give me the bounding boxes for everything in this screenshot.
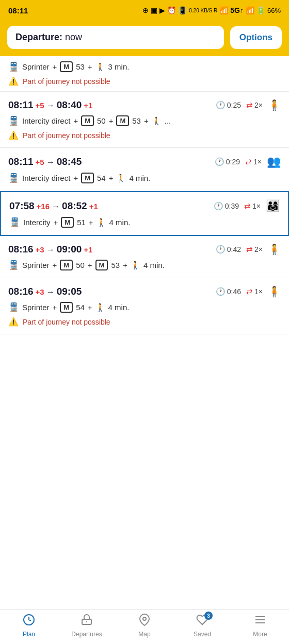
- duration-4: 🕐 0:42: [216, 245, 241, 254]
- warning-icon-5: ⚠️: [8, 317, 19, 327]
- journey-card-3[interactable]: 07:58+16 → 08:52+1 🕐 0:39 ⇄ 1× 👨‍👩‍👧 🚆 I…: [0, 191, 289, 236]
- train-icon-1: 🚆: [8, 115, 19, 126]
- warning-text: Part of journey not possible: [23, 77, 110, 86]
- warning-text-1: Part of journey not possible: [23, 131, 110, 140]
- journey-meta-5: 🕐 0:46 ⇄ 1× 🧍: [216, 285, 281, 298]
- walk-icon-4: 🚶: [131, 261, 140, 270]
- walk-icon: 🚶: [95, 62, 105, 72]
- youtube-icon: ▶: [159, 6, 165, 14]
- nav-map-label: Map: [138, 631, 150, 638]
- svg-point-3: [143, 617, 146, 620]
- train-icon-3: 🚆: [9, 217, 20, 228]
- duration-5: 🕐 0:46: [216, 287, 241, 296]
- departures-icon: [81, 614, 93, 629]
- clock-icon-3: 🕐: [214, 201, 223, 211]
- metro-badge-4a: M: [60, 260, 73, 270]
- bluetooth-icon: ⊕: [142, 6, 149, 14]
- depart-delay-2: +5: [36, 158, 44, 166]
- transfer-icon-2: ⇄: [245, 157, 252, 166]
- transfers-1: ⇄ 2×: [246, 100, 263, 110]
- more-icon: [254, 614, 266, 629]
- route-detail-5: 🚆 Sprinter + M 54 + 🚶 4 min.: [8, 302, 281, 313]
- nav-more-label: More: [253, 631, 267, 638]
- walk-icon-3: 🚶: [97, 218, 106, 227]
- train-type-3: Intercity: [23, 218, 51, 227]
- battery-level: 66%: [267, 7, 281, 14]
- journey-card-2[interactable]: 08:11+5 → 08:45 🕐 0:29 ⇄ 1× 👥 🚆 Intercit…: [0, 148, 289, 191]
- depart-time-3: 07:58: [9, 200, 35, 212]
- arrive-delay-4: +1: [84, 245, 92, 254]
- journey-header-row-2: 08:11+5 → 08:45 🕐 0:29 ⇄ 1× 👥: [8, 155, 281, 168]
- transfers-5: ⇄ 1×: [246, 287, 263, 296]
- route-detail-1: 🚆 Intercity direct + M 50 + M 53 + 🚶 ...: [8, 115, 281, 126]
- journey-times-5: 08:16+3 → 09:05: [8, 286, 82, 297]
- nav-saved[interactable]: 3 Saved: [184, 614, 220, 638]
- crowding-icon-4: 🧍: [268, 243, 281, 256]
- journey-meta-2: 🕐 0:29 ⇄ 1× 👥: [215, 155, 281, 168]
- warning-row-1: ⚠️ Part of journey not possible: [8, 130, 281, 140]
- journey-card-5[interactable]: 08:16+3 → 09:05 🕐 0:46 ⇄ 1× 🧍 🚆 Sprinter…: [0, 278, 289, 334]
- departure-field[interactable]: Departure: now: [7, 26, 224, 49]
- transfer-icon-4: ⇄: [246, 245, 253, 254]
- metro-badge-1b: M: [116, 115, 129, 126]
- walk-icon-1: 🚶: [152, 116, 162, 126]
- transfer-icon-5: ⇄: [246, 287, 253, 296]
- status-icons: ⊕ ▣ ▶ ⏰ 📳 0.20 KB/S R 📶 5G↑ 📶 🔋 66%: [142, 6, 281, 14]
- partial-journey-card[interactable]: 🚆 Sprinter + M 53 + 🚶 3 min. ⚠️ Part of …: [0, 56, 289, 92]
- walk-time-3: 4 min.: [109, 218, 131, 227]
- departure-label: Departure:: [15, 32, 62, 42]
- metro-num-3: 51: [77, 218, 86, 227]
- metro-badge-1a: M: [81, 115, 94, 126]
- journey-times-2: 08:11+5 → 08:45: [8, 156, 82, 167]
- nav-departures[interactable]: Departures: [69, 614, 105, 638]
- header: Departure: now Options: [0, 21, 289, 56]
- bottom-spacer: [0, 334, 289, 376]
- nav-more[interactable]: More: [242, 614, 278, 638]
- nav-map[interactable]: Map: [126, 614, 163, 638]
- nav-saved-label: Saved: [194, 631, 211, 638]
- metro-num-1a: 50: [97, 116, 106, 125]
- train-type: Sprinter: [22, 62, 50, 71]
- duration-3: 🕐 0:39: [214, 201, 239, 211]
- status-time: 08:11: [8, 6, 28, 15]
- battery-icon: 🔋: [256, 6, 265, 14]
- signal-icon: 📶: [219, 6, 228, 14]
- journey-header-row-1: 08:11+5 → 08:40+1 🕐 0:25 ⇄ 2× 🧍: [8, 99, 281, 111]
- depart-time-4: 08:16: [8, 244, 34, 255]
- clock-icon-1: 🕐: [216, 100, 226, 110]
- metro-badge-4b: M: [95, 260, 108, 270]
- arrive-time-5: 09:05: [57, 286, 82, 297]
- depart-time-5: 08:16: [8, 286, 34, 297]
- route-detail-4: 🚆 Sprinter + M 50 + M 53 + 🚶 4 min.: [8, 260, 281, 270]
- train-type-5: Sprinter: [22, 303, 50, 312]
- metro-number: 53: [76, 62, 85, 71]
- journey-meta-4: 🕐 0:42 ⇄ 2× 🧍: [216, 243, 281, 256]
- 5g-icon: 5G↑: [230, 6, 244, 14]
- journey-card-1[interactable]: 08:11+5 → 08:40+1 🕐 0:25 ⇄ 2× 🧍 🚆 Interc…: [0, 92, 289, 148]
- depart-delay-3: +16: [37, 202, 50, 211]
- metro-num-5: 54: [76, 303, 85, 312]
- journey-list: 🚆 Sprinter + M 53 + 🚶 3 min. ⚠️ Part of …: [0, 56, 289, 334]
- metro-num-4a: 50: [76, 261, 85, 269]
- transfer-icon-3: ⇄: [244, 201, 251, 211]
- train-type-4: Sprinter: [22, 261, 50, 269]
- status-bar: 08:11 ⊕ ▣ ▶ ⏰ 📳 0.20 KB/S R 📶 5G↑ 📶 🔋 66…: [0, 0, 289, 21]
- nav-plan[interactable]: Plan: [11, 614, 47, 638]
- arrive-time-3: 08:52: [62, 200, 87, 212]
- train-icon-4: 🚆: [8, 260, 19, 270]
- route-detail: 🚆 Sprinter + M 53 + 🚶 3 min.: [8, 61, 281, 72]
- alarm-icon: ⏰: [167, 6, 176, 14]
- metro-num-4b: 53: [111, 261, 120, 269]
- journey-card-4[interactable]: 08:16+3 → 09:00+1 🕐 0:42 ⇄ 2× 🧍 🚆 Sprint…: [0, 236, 289, 278]
- journey-header-row-4: 08:16+3 → 09:00+1 🕐 0:42 ⇄ 2× 🧍: [8, 243, 281, 256]
- walk-time-5: 4 min.: [108, 303, 130, 312]
- clock-icon-4: 🕐: [216, 245, 226, 254]
- nav-plan-label: Plan: [23, 631, 35, 638]
- badge-container: 3: [196, 614, 208, 629]
- transfers-3: ⇄ 1×: [244, 201, 261, 211]
- walk-icon-2: 🚶: [116, 174, 126, 183]
- plan-icon: [23, 614, 35, 629]
- warning-icon: ⚠️: [8, 76, 19, 86]
- clock-icon-2: 🕐: [215, 157, 224, 166]
- options-button[interactable]: Options: [230, 26, 282, 49]
